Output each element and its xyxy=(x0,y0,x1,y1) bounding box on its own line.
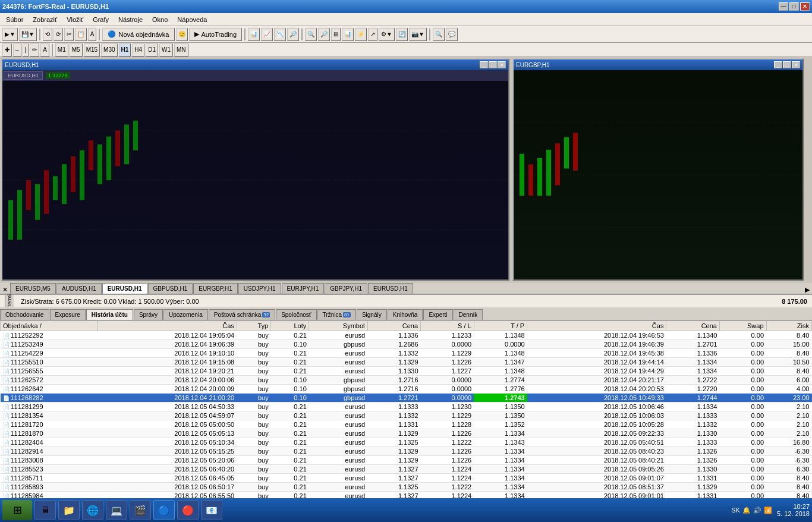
tab-spravy[interactable]: Správy xyxy=(134,309,163,320)
chart-tab-eurusd-m5[interactable]: EURUSD,M5 xyxy=(10,283,56,294)
draw-btn-4[interactable]: ✏ xyxy=(30,43,39,56)
toolbar-ind[interactable]: ⚡ xyxy=(355,28,367,41)
menu-nastroje[interactable]: Nástroje xyxy=(115,15,146,24)
table-row[interactable]: 📄111281299 2018.12.05 04:50:33 buy 0.21 … xyxy=(1,402,812,411)
toolbar-zoom-out[interactable]: 🔎 xyxy=(318,28,330,41)
tab-exposure[interactable]: Exposure xyxy=(50,309,86,320)
tab-upozornenia[interactable]: Upozornenia xyxy=(163,309,208,320)
toolbar-btn-2[interactable]: 💾▼ xyxy=(19,28,37,41)
timeframe-h4[interactable]: H4 xyxy=(132,43,144,56)
table-row[interactable]: 📄111285523 2018.12.05 06:40:20 buy 0.21 … xyxy=(1,465,812,474)
chart-maximize-button[interactable]: □ xyxy=(489,61,497,68)
draw-btn-5[interactable]: A xyxy=(40,43,49,56)
taskbar-app-5[interactable]: 🎬 xyxy=(130,500,151,520)
taskbar-app-2[interactable]: 📁 xyxy=(58,500,80,520)
table-row[interactable]: 📄111281870 2018.12.05 05:05:13 buy 0.21 … xyxy=(1,429,812,438)
table-row[interactable]: 📄111282404 2018.12.05 05:10:34 buy 0.21 … xyxy=(1,438,812,447)
tab-obchodovanie[interactable]: Obchodovanie xyxy=(0,309,49,320)
taskbar-app-6[interactable]: 🔵 xyxy=(153,500,175,520)
toolbar-vol[interactable]: 📊 xyxy=(342,28,354,41)
tab-scroll-right[interactable]: ▶ xyxy=(802,286,812,294)
table-row[interactable]: 📄111262572 2018.12.04 20:00:06 buy 0.10 … xyxy=(1,376,812,385)
toolbar-btn-5[interactable]: ✂ xyxy=(64,28,74,41)
toolbar-arrow[interactable]: ↗ xyxy=(368,28,377,41)
table-row[interactable]: 📄111253249 2018.12.04 19:06:39 buy 0.10 … xyxy=(1,340,812,349)
draw-btn-3[interactable]: | xyxy=(23,43,29,56)
eurgbp-close-button[interactable]: ✕ xyxy=(792,61,800,68)
close-button[interactable]: ✕ xyxy=(800,2,810,11)
tab-signaly[interactable]: Signály xyxy=(357,309,387,320)
timeframe-h1[interactable]: H1 xyxy=(119,43,131,56)
toolbar-btn-4[interactable]: ⟳ xyxy=(53,28,63,41)
chart-close-button[interactable]: ✕ xyxy=(498,61,506,68)
new-order-button[interactable]: 🔵 Nová objednávka xyxy=(102,28,174,41)
chart-tab-gbpusd-h1[interactable]: GBPUSD,H1 xyxy=(148,283,193,294)
table-row[interactable]: 📄111255510 2018.12.04 19:15:08 buy 0.21 … xyxy=(1,358,812,367)
timeframe-m15[interactable]: M15 xyxy=(84,43,100,56)
table-row[interactable]: 📄111285711 2018.12.05 06:45:05 buy 0.21 … xyxy=(1,474,812,483)
toolbar-grid[interactable]: ⊞ xyxy=(331,28,341,41)
timeframe-mn[interactable]: M1 xyxy=(55,43,68,56)
chart-close-x[interactable]: ✕ xyxy=(0,286,10,294)
toolbar-chart-3[interactable]: 📉 xyxy=(274,28,286,41)
tab-postova-schranka[interactable]: Poštová schránka32 xyxy=(209,309,275,320)
minimize-button[interactable]: — xyxy=(779,2,788,11)
toolbar-btn-6[interactable]: 📋 xyxy=(75,28,87,41)
chart-tab-eurjpy-h1[interactable]: EURJPY,H1 xyxy=(282,283,325,294)
menu-grafy[interactable]: Grafy xyxy=(89,15,112,24)
chart-minimize-button[interactable]: _ xyxy=(480,61,488,68)
timeframe-m30[interactable]: M30 xyxy=(101,43,117,56)
taskbar-app-7[interactable]: 🔴 xyxy=(177,500,199,520)
toolbar-zoom-in[interactable]: 🔍 xyxy=(305,28,317,41)
table-row[interactable]: 📄111281720 2018.12.05 05:00:50 buy 0.21 … xyxy=(1,420,812,429)
toolbar-comment[interactable]: 💬 xyxy=(446,28,458,41)
tab-dennik[interactable]: Denník xyxy=(454,309,483,320)
table-row[interactable]: 📄111252292 2018.12.04 19:05:04 buy 0.21 … xyxy=(1,331,812,340)
start-button[interactable]: ⊞ xyxy=(2,500,32,520)
eurgbp-minimize-button[interactable]: _ xyxy=(774,61,782,68)
toolbar-search[interactable]: 🔍 xyxy=(433,28,445,41)
toolbar-chart-1[interactable]: 📊 xyxy=(248,28,260,41)
toolbar-settings[interactable]: ⚙▼ xyxy=(379,28,395,41)
timeframe-d1[interactable]: D1 xyxy=(146,43,158,56)
tab-experti[interactable]: Experti xyxy=(423,309,452,320)
tab-trznica[interactable]: Tržnica81 xyxy=(317,309,356,320)
timeframe-m5[interactable]: M5 xyxy=(70,43,83,56)
chart-tab-gbpjpy-h1[interactable]: GBPJPY,H1 xyxy=(325,283,367,294)
autotrading-button[interactable]: ▶ AutoTrading xyxy=(189,28,243,41)
maximize-button[interactable]: □ xyxy=(789,2,799,11)
chart-tab-audusd-h1[interactable]: AUDUSD,H1 xyxy=(56,283,102,294)
timeframe-mn1[interactable]: MN xyxy=(174,43,188,56)
table-row[interactable]: 📄111256555 2018.12.04 19:20:21 buy 0.21 … xyxy=(1,367,812,376)
chart-tab-eurgbp-h1[interactable]: EURGBP,H1 xyxy=(193,283,238,294)
menu-vlozit[interactable]: Vložiť xyxy=(63,15,87,24)
eurusd-chart-tab[interactable]: EURUSD,H1 xyxy=(4,71,43,80)
chart-tab-eurusd-h1[interactable]: EURUSD,H1 xyxy=(102,283,147,294)
toolbar-capture[interactable]: 📷▼ xyxy=(409,28,427,41)
toolbar-chart-4[interactable]: 🔎 xyxy=(287,28,299,41)
tab-spolocnost[interactable]: Spoločnosť xyxy=(276,309,316,320)
menu-zobrazit[interactable]: Zobraziť xyxy=(29,15,61,24)
taskbar-app-8[interactable]: 📧 xyxy=(201,500,222,520)
chart-tab-eurusd-h1-2[interactable]: EURUSD,H1 xyxy=(368,283,413,294)
draw-btn-2[interactable]: – xyxy=(13,43,21,56)
chart-tab-usdjpy-h1[interactable]: USDJPY,H1 xyxy=(238,283,281,294)
table-row[interactable]: 📄111268282 2018.12.04 21:00:20 buy 0.10 … xyxy=(1,394,812,402)
toolbar-btn-1[interactable]: ▶▼ xyxy=(2,28,18,41)
table-row[interactable]: 📄111281354 2018.12.05 04:59:07 buy 0.21 … xyxy=(1,411,812,420)
menu-subor[interactable]: Súbor xyxy=(2,15,27,24)
table-row[interactable]: 📄111283008 2018.12.05 05:20:06 buy 0.21 … xyxy=(1,456,812,465)
draw-btn-1[interactable]: ✚ xyxy=(2,43,12,56)
eurgbp-maximize-button[interactable]: □ xyxy=(783,61,791,68)
taskbar-app-4[interactable]: 💻 xyxy=(106,500,127,520)
toolbar-refresh[interactable]: 🔄 xyxy=(396,28,408,41)
table-row[interactable]: 📄111285893 2018.12.05 06:50:17 buy 0.21 … xyxy=(1,483,812,492)
toolbar-btn-7[interactable]: A xyxy=(88,28,97,41)
tab-knihovna[interactable]: Knihovňa xyxy=(388,309,423,320)
toolbar-chart-2[interactable]: 📈 xyxy=(261,28,273,41)
tab-historia[interactable]: História účtu xyxy=(86,309,133,320)
table-row[interactable]: 📄111254229 2018.12.04 19:10:10 buy 0.21 … xyxy=(1,349,812,358)
table-row[interactable]: 📄111262642 2018.12.04 20:00:09 buy 0.10 … xyxy=(1,385,812,394)
taskbar-app-1[interactable]: 🖥 xyxy=(34,500,56,520)
table-row[interactable]: 📄111282914 2018.12.05 05:15:25 buy 0.21 … xyxy=(1,447,812,456)
